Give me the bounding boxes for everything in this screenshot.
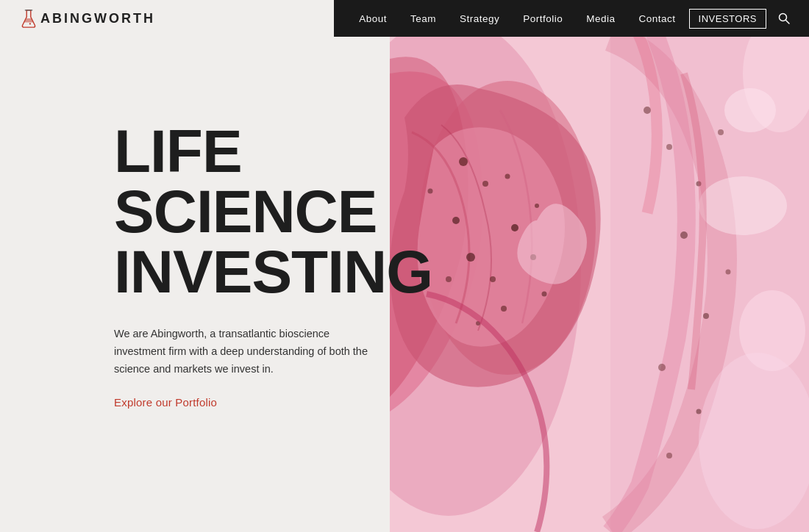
svg-point-0 bbox=[29, 23, 31, 24]
nav-investors-button[interactable]: INVESTORS bbox=[689, 9, 766, 29]
svg-point-10 bbox=[511, 224, 518, 231]
svg-point-30 bbox=[666, 453, 672, 459]
svg-point-9 bbox=[505, 174, 510, 179]
hero-description: We are Abingworth, a transatlantic biosc… bbox=[114, 326, 379, 378]
nav-links-container: About Team Strategy Portfolio Media Cont… bbox=[334, 0, 809, 37]
svg-point-14 bbox=[535, 204, 539, 208]
hero-title-line1: LIFE bbox=[114, 118, 242, 184]
flask-icon bbox=[21, 9, 37, 28]
nav-media[interactable]: Media bbox=[576, 9, 625, 29]
hero-title-line3: INVESTING bbox=[114, 238, 432, 305]
hero-title-line2: SCIENCE bbox=[114, 178, 377, 245]
hero-title: LIFE SCIENCE INVESTING bbox=[114, 121, 504, 302]
svg-point-24 bbox=[718, 129, 724, 135]
nav-about[interactable]: About bbox=[349, 9, 397, 29]
hero-content: LIFE SCIENCE INVESTING We are Abingworth… bbox=[114, 121, 504, 409]
svg-point-27 bbox=[703, 313, 709, 319]
search-icon[interactable] bbox=[774, 10, 794, 27]
nav-portfolio[interactable]: Portfolio bbox=[513, 9, 573, 29]
navigation: ABINGWORTH About Team Strategy Portfolio… bbox=[0, 0, 809, 37]
brand-name: ABINGWORTH bbox=[40, 11, 155, 26]
svg-point-26 bbox=[726, 270, 731, 275]
svg-point-31 bbox=[699, 176, 787, 235]
hero-section: LIFE SCIENCE INVESTING We are Abingworth… bbox=[0, 0, 809, 532]
nav-contact[interactable]: Contact bbox=[629, 9, 686, 29]
hero-cta-link[interactable]: Explore our Portfolio bbox=[114, 396, 217, 409]
svg-point-21 bbox=[644, 107, 651, 114]
nav-team[interactable]: Team bbox=[400, 9, 446, 29]
svg-point-25 bbox=[680, 231, 688, 239]
logo-area: ABINGWORTH bbox=[0, 9, 334, 28]
svg-point-22 bbox=[666, 144, 672, 150]
svg-point-17 bbox=[542, 292, 547, 297]
svg-line-2 bbox=[786, 21, 790, 24]
svg-point-29 bbox=[696, 409, 702, 414]
nav-strategy[interactable]: Strategy bbox=[449, 9, 510, 29]
svg-point-28 bbox=[658, 364, 666, 371]
